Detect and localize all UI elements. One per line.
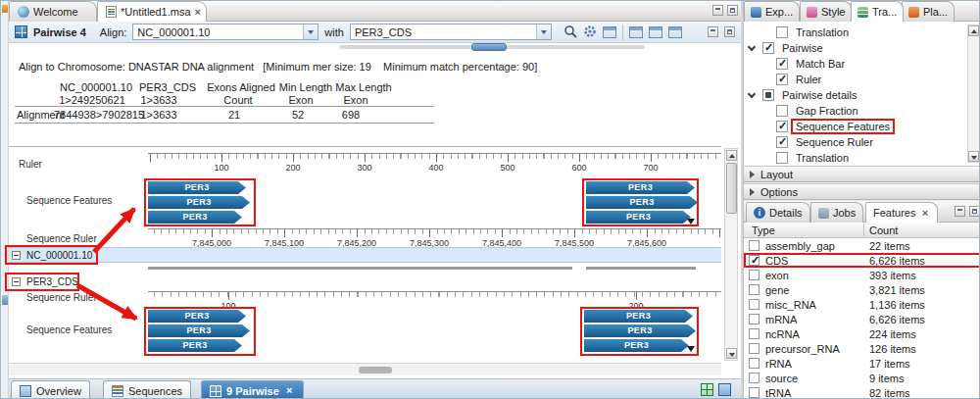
feature-arrow[interactable]: PER3 — [584, 339, 689, 352]
close-tab-icon[interactable] — [919, 208, 930, 219]
checkbox[interactable] — [749, 314, 760, 324]
feature-type-row[interactable]: CDS6,626 items — [744, 253, 980, 268]
minimized-view-icon-2[interactable] — [2, 295, 8, 305]
feature-arrow[interactable]: PER3 — [148, 181, 246, 194]
search-icon[interactable] — [564, 25, 577, 40]
single-view-icon[interactable] — [718, 383, 731, 396]
feature-arrow[interactable]: PER3 — [148, 324, 250, 337]
tab-features[interactable]: Features — [865, 202, 938, 223]
tracks-tree-item[interactable]: Match Bar — [744, 56, 980, 72]
collapse-icon[interactable] — [12, 251, 21, 260]
checkbox[interactable] — [749, 240, 760, 251]
minimize-view-icon[interactable] — [708, 26, 718, 37]
track-row-per3[interactable]: PER3_CDS — [9, 274, 721, 289]
tracks-tree-item[interactable]: Translation — [744, 150, 980, 166]
collapse-icon[interactable] — [12, 277, 21, 286]
tab-places[interactable]: Pla... — [902, 1, 955, 22]
duplicate-view-icon[interactable] — [668, 26, 682, 38]
scroll-up-icon[interactable] — [726, 150, 737, 161]
checkbox[interactable] — [749, 299, 760, 310]
checkbox[interactable] — [749, 270, 760, 280]
align-combobox[interactable]: NC_000001.10 — [132, 24, 318, 40]
column-divider[interactable] — [863, 224, 864, 236]
feature-type-row[interactable]: mRNA6,626 items — [744, 312, 980, 326]
chevron-down-icon[interactable] — [536, 25, 551, 39]
tab-details[interactable]: Details — [746, 202, 810, 223]
minimized-view-icon[interactable] — [2, 5, 8, 13]
export-image-icon[interactable] — [603, 26, 616, 38]
expander-down-icon[interactable] — [748, 42, 756, 50]
feature-type-row[interactable]: misc_RNA1,136 items — [744, 297, 980, 312]
tab-sequences[interactable]: Sequences — [103, 380, 191, 399]
checkbox[interactable] — [776, 105, 788, 117]
send-to-view-icon[interactable] — [649, 26, 662, 38]
tree-scrollbar[interactable] — [967, 25, 980, 163]
checkbox[interactable] — [776, 58, 788, 70]
feature-arrow[interactable]: PER3 — [584, 310, 693, 323]
feature-type-row[interactable]: exon393 items — [744, 268, 980, 282]
tracks-tree-item[interactable]: Ruler — [744, 72, 980, 87]
feature-arrow[interactable]: PER3 — [586, 196, 698, 209]
grid-view-icon[interactable] — [701, 383, 713, 396]
more-features-down-icon[interactable] — [687, 219, 695, 224]
checkbox[interactable] — [749, 328, 760, 339]
chevron-down-icon[interactable] — [303, 25, 318, 39]
checkbox[interactable] — [749, 373, 760, 383]
tracks-tree-item[interactable]: Sequence Ruler — [744, 134, 980, 150]
maximize-panel-icon[interactable] — [969, 206, 980, 217]
new-view-icon[interactable] — [629, 26, 643, 38]
checkbox[interactable] — [776, 152, 788, 164]
horizontal-scrollbar[interactable] — [9, 363, 721, 375]
scroll-down-icon[interactable] — [726, 348, 737, 359]
checkbox[interactable] — [776, 74, 788, 85]
maximize-view-icon[interactable] — [724, 26, 735, 37]
tracks-tree-item[interactable]: Pairwise details — [744, 87, 980, 103]
checkbox[interactable] — [762, 89, 774, 101]
vertical-scrollbar[interactable] — [724, 148, 738, 361]
more-features-down-icon[interactable] — [687, 346, 695, 352]
scrollbar-handle[interactable] — [726, 163, 737, 214]
with-combobox[interactable]: PER3_CDS — [350, 24, 552, 40]
feature-arrow[interactable]: PER3 — [148, 211, 242, 224]
section-options[interactable]: Options — [744, 183, 980, 200]
checkbox[interactable] — [749, 387, 760, 398]
tab-style[interactable]: Style — [800, 1, 852, 22]
close-tab-icon[interactable] — [284, 385, 295, 396]
feature-arrow[interactable]: PER3 — [148, 310, 246, 323]
tab-jobs[interactable]: Jobs — [810, 202, 863, 223]
column-header-count[interactable]: Count — [869, 224, 898, 236]
checkbox[interactable] — [762, 42, 774, 54]
feature-arrow[interactable]: PER3 — [584, 324, 696, 337]
gear-icon[interactable] — [583, 25, 597, 40]
feature-type-row[interactable]: source9 items — [744, 371, 980, 385]
feature-type-row[interactable]: rRNA17 items — [744, 356, 980, 371]
checkbox[interactable] — [749, 284, 760, 295]
minimize-panel-icon[interactable] — [955, 206, 965, 217]
tracks-tree-item[interactable]: Translation — [744, 25, 980, 40]
feature-type-row[interactable]: tRNA82 items — [744, 385, 980, 399]
checkbox[interactable] — [749, 358, 760, 369]
zoom-slider-thumb[interactable] — [471, 43, 507, 51]
track-row-nc[interactable]: NC_000001.10 — [9, 247, 721, 263]
checkbox[interactable] — [749, 343, 760, 354]
scroll-down-icon[interactable] — [968, 151, 979, 162]
feature-arrow[interactable]: PER3 — [586, 211, 691, 224]
close-tab-icon[interactable] — [195, 7, 201, 18]
scroll-up-icon[interactable] — [968, 25, 979, 36]
tracks-tree-item[interactable]: Pairwise — [744, 40, 980, 56]
tab-explorer[interactable]: Exp... — [744, 1, 800, 22]
feature-arrow[interactable]: PER3 — [148, 196, 250, 209]
section-layout[interactable]: Layout — [744, 166, 980, 182]
expander-down-icon[interactable] — [748, 89, 756, 97]
checkbox[interactable] — [749, 255, 760, 266]
scrollbar-handle[interactable] — [359, 367, 392, 374]
checkbox[interactable] — [776, 136, 788, 148]
tab-tracks[interactable]: Tra... — [851, 1, 904, 22]
tab-overview[interactable]: Overview — [11, 380, 90, 399]
minimize-editor-icon[interactable] — [712, 5, 723, 16]
tab-pairwise[interactable]: 9 Pairwise — [201, 380, 304, 399]
feature-arrow[interactable]: PER3 — [148, 339, 242, 352]
feature-arrow[interactable]: PER3 — [586, 181, 695, 194]
feature-type-row[interactable]: ncRNA224 items — [744, 326, 980, 341]
tracks-tree-item[interactable]: Gap Fraction — [744, 103, 980, 119]
